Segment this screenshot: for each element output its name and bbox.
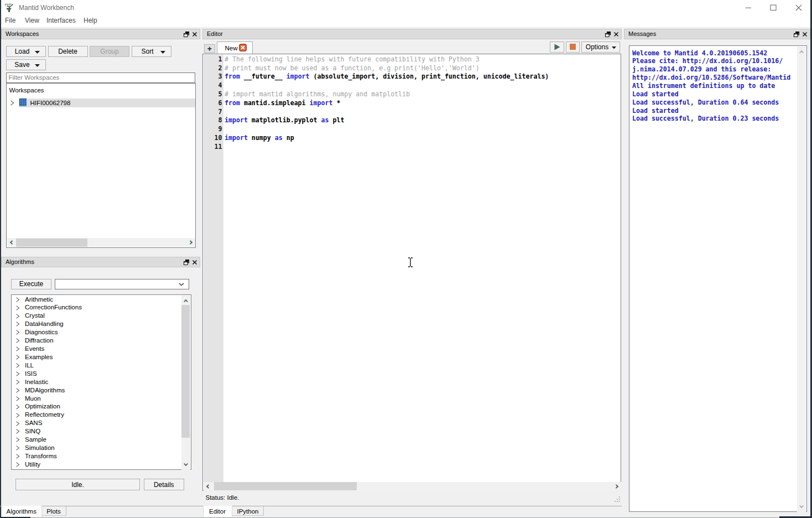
workspaces-close-icon[interactable]	[192, 32, 197, 37]
menu-view[interactable]: View	[20, 14, 44, 27]
algorithms-tree[interactable]: ArithmeticCorrectionFunctionsCrystalData…	[11, 294, 191, 470]
delete-button[interactable]: Delete	[48, 46, 88, 57]
algorithm-category-optimization[interactable]: Optimization	[12, 402, 178, 411]
messages-close-icon[interactable]	[802, 32, 808, 37]
messages-log[interactable]: Welcome to Mantid 4.0.20190605.1542Pleas…	[629, 45, 807, 512]
details-button[interactable]: Details	[144, 479, 184, 490]
editor-scroll-right-icon[interactable]	[615, 484, 619, 489]
options-button[interactable]: Options	[581, 42, 620, 53]
expand-icon[interactable]	[15, 355, 20, 360]
algorithm-category-events[interactable]: Events	[12, 345, 178, 353]
scroll-up-icon[interactable]	[184, 299, 188, 303]
run-button[interactable]	[550, 42, 564, 53]
algorithm-category-sans[interactable]: SANS	[12, 419, 178, 427]
workspace-name[interactable]: HIFI00062798	[30, 99, 71, 107]
tab-plots[interactable]: Plots	[42, 506, 66, 516]
stop-button[interactable]	[566, 42, 580, 53]
expand-icon[interactable]	[15, 429, 20, 434]
algorithm-category-sinq[interactable]: SINQ	[12, 427, 178, 436]
expand-icon[interactable]	[15, 405, 20, 410]
messages-scroll-up-icon[interactable]	[799, 50, 804, 54]
menu-help[interactable]: Help	[79, 14, 102, 27]
messages-vscrollbar[interactable]	[797, 46, 806, 512]
resize-grip-icon[interactable]	[614, 496, 621, 502]
editor-close-icon[interactable]	[613, 32, 619, 37]
expand-icon[interactable]	[15, 330, 20, 335]
code-editor[interactable]: 1234567891011 # The following line helps…	[202, 54, 621, 491]
expand-icon[interactable]	[15, 346, 20, 351]
editor-hscroll-thumb[interactable]	[214, 482, 357, 490]
algorithm-category-correctionfunctions[interactable]: CorrectionFunctions	[12, 303, 178, 312]
expand-icon[interactable]	[15, 437, 20, 442]
expand-icon[interactable]	[15, 454, 20, 459]
workspaces-float-icon[interactable]	[184, 32, 189, 37]
group-button[interactable]: Group	[90, 46, 129, 57]
save-button[interactable]: Save	[6, 59, 46, 70]
filter-workspaces-input[interactable]: Filter Workspaces	[6, 72, 196, 83]
new-tab-button[interactable]: +	[204, 44, 215, 53]
workspace-expand-icon[interactable]	[10, 100, 14, 106]
expand-icon[interactable]	[15, 322, 20, 327]
workspaces-hscroll-thumb[interactable]	[16, 239, 87, 247]
algorithm-select[interactable]	[55, 279, 189, 289]
expand-icon[interactable]	[15, 371, 20, 376]
editor-tab-close-icon[interactable]	[239, 44, 247, 51]
algorithm-category-diffraction[interactable]: Diffraction	[12, 336, 178, 345]
algorithm-category-inelastic[interactable]: Inelastic	[12, 378, 178, 386]
expand-icon[interactable]	[15, 421, 20, 426]
algorithms-vscroll-thumb[interactable]	[181, 305, 190, 438]
minimize-button[interactable]	[745, 4, 752, 11]
algorithm-category-diagnostics[interactable]: Diagnostics	[12, 328, 178, 336]
workspaces-tree-root[interactable]: Workspaces	[9, 86, 44, 95]
expand-icon[interactable]	[15, 363, 20, 368]
scroll-down-icon[interactable]	[184, 462, 188, 467]
menu-file[interactable]: File	[0, 14, 20, 27]
workspaces-hscrollbar[interactable]	[7, 238, 195, 247]
tab-ipython[interactable]: IPython	[232, 506, 264, 516]
algorithm-category-datahandling[interactable]: DataHandling	[12, 320, 178, 328]
expand-icon[interactable]	[15, 314, 20, 319]
algorithms-close-icon[interactable]	[192, 260, 197, 265]
algorithm-category-arithmetic[interactable]: Arithmetic	[12, 296, 178, 304]
messages-float-icon[interactable]	[794, 32, 799, 37]
expand-icon[interactable]	[15, 380, 20, 385]
expand-icon[interactable]	[15, 446, 20, 450]
scroll-right-icon[interactable]	[189, 240, 193, 245]
algorithm-category-simulation[interactable]: Simulation	[12, 444, 178, 452]
algorithm-category-crystal[interactable]: Crystal	[12, 312, 178, 320]
algorithm-category-transforms[interactable]: Transforms	[12, 452, 178, 460]
editor-scroll-left-icon[interactable]	[206, 484, 210, 489]
expand-icon[interactable]	[15, 396, 20, 401]
editor-tab-new[interactable]: New	[217, 42, 253, 54]
algorithms-float-icon[interactable]	[184, 260, 189, 265]
algorithm-category-isis[interactable]: ISIS	[12, 370, 178, 378]
algorithm-category-reflectometry[interactable]: Reflectometry	[12, 411, 178, 419]
expand-icon[interactable]	[15, 297, 20, 302]
editor-float-icon[interactable]	[605, 32, 611, 37]
sort-button[interactable]: Sort	[132, 46, 171, 57]
algorithm-category-examples[interactable]: Examples	[12, 353, 178, 361]
scroll-left-icon[interactable]	[9, 240, 14, 245]
algorithms-vscrollbar[interactable]	[181, 296, 190, 470]
expand-icon[interactable]	[15, 462, 20, 467]
algorithm-category-ill[interactable]: ILL	[12, 361, 178, 370]
expand-icon[interactable]	[15, 413, 20, 418]
menu-interfaces[interactable]: Interfaces	[41, 14, 81, 27]
algorithm-category-muon[interactable]: Muon	[12, 395, 178, 403]
idle-button[interactable]: Idle.	[15, 479, 140, 490]
expand-icon[interactable]	[15, 388, 20, 393]
tab-algorithms[interactable]: Algorithms	[1, 506, 42, 517]
expand-icon[interactable]	[15, 305, 20, 310]
load-button[interactable]: Load	[6, 46, 46, 57]
execute-button[interactable]: Execute	[11, 279, 51, 289]
maximize-button[interactable]	[770, 4, 777, 11]
expand-icon[interactable]	[15, 338, 20, 343]
algorithm-category-utility[interactable]: Utility	[12, 460, 178, 469]
workspaces-tree[interactable]: Workspaces HIFI00062798	[6, 83, 196, 248]
tab-editor[interactable]: Editor	[203, 506, 232, 517]
algorithm-category-sample[interactable]: Sample	[12, 436, 178, 444]
editor-hscrollbar[interactable]	[204, 482, 621, 491]
close-button[interactable]	[795, 4, 802, 11]
algorithm-category-mdalgorithms[interactable]: MDAlgorithms	[12, 386, 178, 395]
messages-scroll-down-icon[interactable]	[799, 504, 804, 509]
